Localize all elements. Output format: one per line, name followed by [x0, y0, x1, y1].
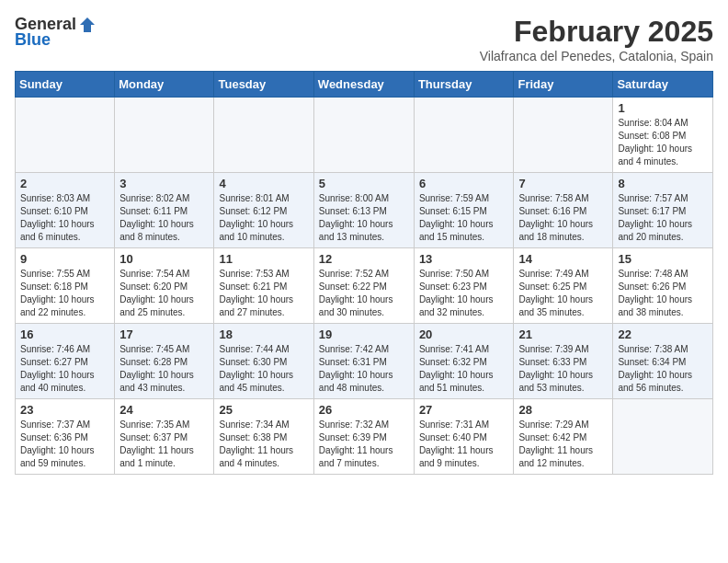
- calendar-cell: 10Sunrise: 7:54 AM Sunset: 6:20 PM Dayli…: [115, 248, 214, 324]
- calendar-cell: 4Sunrise: 8:01 AM Sunset: 6:12 PM Daylig…: [214, 173, 313, 248]
- weekday-header-saturday: Saturday: [613, 72, 713, 98]
- day-number: 19: [319, 327, 409, 341]
- day-info: Sunrise: 7:37 AM Sunset: 6:36 PM Dayligh…: [20, 419, 109, 470]
- day-number: 23: [20, 403, 109, 417]
- day-number: 9: [20, 252, 109, 266]
- day-number: 22: [618, 327, 708, 341]
- calendar-cell: 20Sunrise: 7:41 AM Sunset: 6:32 PM Dayli…: [414, 324, 514, 399]
- day-number: 18: [219, 327, 308, 341]
- calendar: SundayMondayTuesdayWednesdayThursdayFrid…: [15, 71, 713, 475]
- day-number: 2: [20, 177, 109, 190]
- calendar-cell: 26Sunrise: 7:32 AM Sunset: 6:39 PM Dayli…: [313, 399, 414, 475]
- day-info: Sunrise: 7:35 AM Sunset: 6:37 PM Dayligh…: [119, 419, 209, 470]
- day-info: Sunrise: 7:29 AM Sunset: 6:42 PM Dayligh…: [518, 419, 608, 470]
- calendar-cell: [414, 98, 514, 173]
- weekday-header-monday: Monday: [115, 72, 214, 98]
- day-info: Sunrise: 7:48 AM Sunset: 6:26 PM Dayligh…: [618, 268, 708, 319]
- calendar-cell: 1Sunrise: 8:04 AM Sunset: 6:08 PM Daylig…: [613, 98, 713, 173]
- weekday-header-row: SundayMondayTuesdayWednesdayThursdayFrid…: [16, 72, 713, 98]
- calendar-cell: 15Sunrise: 7:48 AM Sunset: 6:26 PM Dayli…: [613, 248, 713, 324]
- calendar-cell: 9Sunrise: 7:55 AM Sunset: 6:18 PM Daylig…: [16, 248, 115, 324]
- calendar-cell: 23Sunrise: 7:37 AM Sunset: 6:36 PM Dayli…: [16, 399, 115, 475]
- day-info: Sunrise: 7:42 AM Sunset: 6:31 PM Dayligh…: [319, 343, 409, 395]
- day-info: Sunrise: 7:53 AM Sunset: 6:21 PM Dayligh…: [219, 268, 308, 319]
- calendar-week-row: 9Sunrise: 7:55 AM Sunset: 6:18 PM Daylig…: [16, 248, 713, 324]
- calendar-week-row: 1Sunrise: 8:04 AM Sunset: 6:08 PM Daylig…: [16, 98, 713, 173]
- day-number: 11: [219, 252, 308, 266]
- calendar-week-row: 2Sunrise: 8:03 AM Sunset: 6:10 PM Daylig…: [16, 173, 713, 248]
- day-number: 16: [20, 327, 109, 341]
- day-info: Sunrise: 8:01 AM Sunset: 6:12 PM Dayligh…: [219, 192, 308, 244]
- month-year-title: February 2025: [480, 15, 713, 49]
- calendar-cell: 16Sunrise: 7:46 AM Sunset: 6:27 PM Dayli…: [16, 324, 115, 399]
- day-info: Sunrise: 8:03 AM Sunset: 6:10 PM Dayligh…: [20, 192, 109, 244]
- calendar-cell: [313, 98, 414, 173]
- calendar-cell: 25Sunrise: 7:34 AM Sunset: 6:38 PM Dayli…: [214, 399, 313, 475]
- day-number: 3: [119, 177, 209, 190]
- calendar-cell: 2Sunrise: 8:03 AM Sunset: 6:10 PM Daylig…: [16, 173, 115, 248]
- day-number: 15: [618, 252, 708, 266]
- day-info: Sunrise: 7:57 AM Sunset: 6:17 PM Dayligh…: [618, 192, 708, 244]
- day-info: Sunrise: 7:38 AM Sunset: 6:34 PM Dayligh…: [618, 343, 708, 395]
- weekday-header-thursday: Thursday: [414, 72, 514, 98]
- calendar-cell: 21Sunrise: 7:39 AM Sunset: 6:33 PM Dayli…: [514, 324, 613, 399]
- calendar-cell: 22Sunrise: 7:38 AM Sunset: 6:34 PM Dayli…: [613, 324, 713, 399]
- calendar-cell: 28Sunrise: 7:29 AM Sunset: 6:42 PM Dayli…: [514, 399, 613, 475]
- day-number: 14: [518, 252, 608, 266]
- day-number: 20: [419, 327, 509, 341]
- header: General Blue February 2025 Vilafranca de…: [15, 15, 713, 63]
- day-info: Sunrise: 7:34 AM Sunset: 6:38 PM Dayligh…: [219, 419, 308, 470]
- day-number: 12: [319, 252, 409, 266]
- calendar-cell: 24Sunrise: 7:35 AM Sunset: 6:37 PM Dayli…: [115, 399, 214, 475]
- day-info: Sunrise: 7:52 AM Sunset: 6:22 PM Dayligh…: [319, 268, 409, 319]
- day-number: 4: [219, 177, 308, 190]
- day-number: 27: [419, 403, 509, 417]
- calendar-cell: 14Sunrise: 7:49 AM Sunset: 6:25 PM Dayli…: [514, 248, 613, 324]
- day-info: Sunrise: 8:00 AM Sunset: 6:13 PM Dayligh…: [319, 192, 409, 244]
- calendar-cell: [16, 98, 115, 173]
- day-number: 13: [419, 252, 509, 266]
- day-info: Sunrise: 7:32 AM Sunset: 6:39 PM Dayligh…: [319, 419, 409, 470]
- location-subtitle: Vilafranca del Penedes, Catalonia, Spain: [480, 49, 713, 63]
- day-info: Sunrise: 7:44 AM Sunset: 6:30 PM Dayligh…: [219, 343, 308, 395]
- logo-icon: [78, 16, 97, 34]
- day-info: Sunrise: 7:58 AM Sunset: 6:16 PM Dayligh…: [518, 192, 608, 244]
- weekday-header-sunday: Sunday: [16, 72, 115, 98]
- calendar-cell: 19Sunrise: 7:42 AM Sunset: 6:31 PM Dayli…: [313, 324, 414, 399]
- calendar-cell: 27Sunrise: 7:31 AM Sunset: 6:40 PM Dayli…: [414, 399, 514, 475]
- calendar-cell: 6Sunrise: 7:59 AM Sunset: 6:15 PM Daylig…: [414, 173, 514, 248]
- day-number: 26: [319, 403, 409, 417]
- calendar-cell: 17Sunrise: 7:45 AM Sunset: 6:28 PM Dayli…: [115, 324, 214, 399]
- day-info: Sunrise: 7:41 AM Sunset: 6:32 PM Dayligh…: [419, 343, 509, 395]
- calendar-week-row: 16Sunrise: 7:46 AM Sunset: 6:27 PM Dayli…: [16, 324, 713, 399]
- calendar-cell: [613, 399, 713, 475]
- calendar-cell: [514, 98, 613, 173]
- calendar-cell: 7Sunrise: 7:58 AM Sunset: 6:16 PM Daylig…: [514, 173, 613, 248]
- day-number: 7: [518, 177, 608, 190]
- calendar-cell: 5Sunrise: 8:00 AM Sunset: 6:13 PM Daylig…: [313, 173, 414, 248]
- calendar-cell: 3Sunrise: 8:02 AM Sunset: 6:11 PM Daylig…: [115, 173, 214, 248]
- weekday-header-friday: Friday: [514, 72, 613, 98]
- weekday-header-wednesday: Wednesday: [313, 72, 414, 98]
- day-number: 28: [518, 403, 608, 417]
- logo: General Blue: [15, 15, 97, 50]
- calendar-cell: 11Sunrise: 7:53 AM Sunset: 6:21 PM Dayli…: [214, 248, 313, 324]
- weekday-header-tuesday: Tuesday: [214, 72, 313, 98]
- calendar-cell: 12Sunrise: 7:52 AM Sunset: 6:22 PM Dayli…: [313, 248, 414, 324]
- day-info: Sunrise: 8:02 AM Sunset: 6:11 PM Dayligh…: [119, 192, 209, 244]
- day-info: Sunrise: 7:31 AM Sunset: 6:40 PM Dayligh…: [419, 419, 509, 470]
- logo-blue: Blue: [15, 30, 51, 50]
- calendar-cell: [115, 98, 214, 173]
- day-info: Sunrise: 7:54 AM Sunset: 6:20 PM Dayligh…: [119, 268, 209, 319]
- day-info: Sunrise: 7:50 AM Sunset: 6:23 PM Dayligh…: [419, 268, 509, 319]
- day-number: 6: [419, 177, 509, 190]
- day-number: 1: [618, 101, 708, 115]
- calendar-cell: 18Sunrise: 7:44 AM Sunset: 6:30 PM Dayli…: [214, 324, 313, 399]
- calendar-cell: 13Sunrise: 7:50 AM Sunset: 6:23 PM Dayli…: [414, 248, 514, 324]
- calendar-cell: [214, 98, 313, 173]
- day-number: 24: [119, 403, 209, 417]
- day-info: Sunrise: 7:45 AM Sunset: 6:28 PM Dayligh…: [119, 343, 209, 395]
- day-info: Sunrise: 7:55 AM Sunset: 6:18 PM Dayligh…: [20, 268, 109, 319]
- day-number: 10: [119, 252, 209, 266]
- day-number: 5: [319, 177, 409, 190]
